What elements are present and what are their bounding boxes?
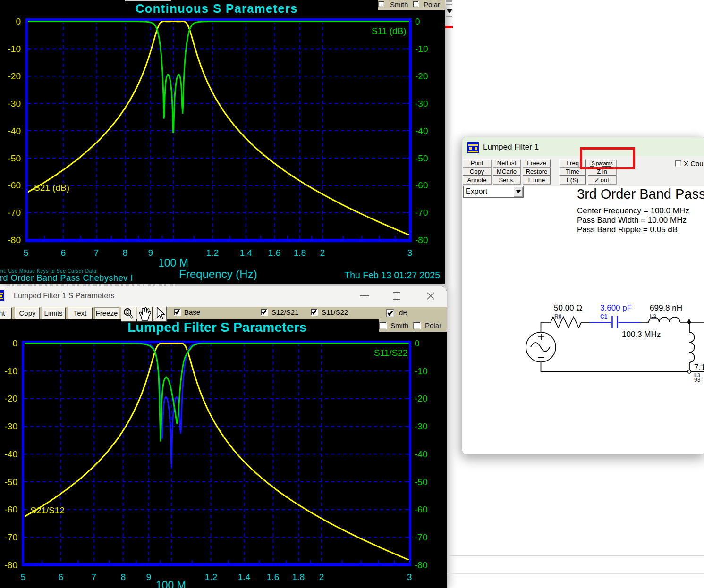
svg-text:8: 8 xyxy=(123,248,128,258)
svg-text:-10: -10 xyxy=(8,44,21,54)
svg-text:-60: -60 xyxy=(8,180,21,190)
svg-text:7: 7 xyxy=(94,248,99,258)
svg-text:S21 (dB): S21 (dB) xyxy=(34,183,69,193)
svg-text:-60: -60 xyxy=(415,180,428,190)
svg-text:rd Order Band Pass Chebyshev I: rd Order Band Pass Chebyshev I xyxy=(0,273,133,283)
svg-text:Thu Feb 13 01:27 2025: Thu Feb 13 01:27 2025 xyxy=(344,270,440,280)
svg-text:-40: -40 xyxy=(8,126,21,136)
svg-text:1.2: 1.2 xyxy=(206,248,219,258)
svg-text:1.8: 1.8 xyxy=(294,248,306,258)
svg-text:-80: -80 xyxy=(415,235,428,245)
svg-text:Frequency (Hz): Frequency (Hz) xyxy=(179,268,257,280)
svg-text:-20: -20 xyxy=(8,71,21,81)
svg-text:-30: -30 xyxy=(8,99,21,109)
svg-text:2: 2 xyxy=(320,248,325,258)
svg-text:S11 (dB): S11 (dB) xyxy=(372,26,407,36)
svg-text:6: 6 xyxy=(61,248,66,258)
svg-text:-30: -30 xyxy=(415,99,428,109)
svg-text:1.6: 1.6 xyxy=(268,248,280,258)
svg-text:5: 5 xyxy=(24,248,29,258)
svg-text:3: 3 xyxy=(407,248,413,258)
svg-text:-80: -80 xyxy=(8,235,21,245)
svg-text:-10: -10 xyxy=(415,44,428,54)
svg-text:-70: -70 xyxy=(415,208,428,218)
svg-text:-50: -50 xyxy=(415,153,428,163)
svg-text:-40: -40 xyxy=(415,126,428,136)
svg-text:-70: -70 xyxy=(8,208,21,218)
svg-text:9: 9 xyxy=(148,248,153,258)
svg-text:1.4: 1.4 xyxy=(240,248,253,258)
svg-text:-50: -50 xyxy=(8,153,21,163)
svg-text:0: 0 xyxy=(415,17,420,26)
svg-text:-20: -20 xyxy=(415,71,428,81)
svg-text:0: 0 xyxy=(16,17,21,26)
